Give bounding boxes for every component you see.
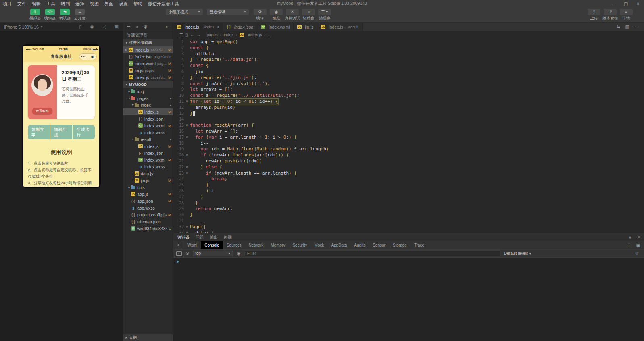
devtools-tab-storage[interactable]: Storage (389, 241, 411, 249)
devtools-tab-trace[interactable]: Trace (411, 241, 428, 249)
editor-tab-jin.js[interactable]: JSjin.js (294, 23, 317, 31)
breadcrumb-item[interactable]: pages (206, 33, 217, 37)
toolbar-button-模拟器[interactable]: ▯模拟器 (29, 9, 41, 21)
sound-icon[interactable]: ◁ (102, 24, 106, 29)
chevron-right-icon[interactable]: ▸ (127, 185, 131, 189)
toolbar-action-清缓存[interactable]: ☰ ▾清缓存 (317, 9, 332, 21)
maximize-icon[interactable]: ▢ (620, 1, 632, 6)
menu-item[interactable]: 微信开发者工具 (145, 1, 182, 7)
chevron-down-icon[interactable]: ▾ (131, 137, 135, 141)
fold-icon[interactable]: ∨ (184, 152, 190, 158)
more-icon[interactable]: ••• (79, 55, 88, 58)
forward-icon[interactable]: → (196, 33, 200, 37)
set-nickname-button[interactable]: 设置昵称 (32, 108, 52, 114)
panel-tab-终端[interactable]: 终端 (224, 233, 232, 241)
fold-icon[interactable]: ∨ (184, 99, 190, 105)
more-actions-icon[interactable]: ⋯ (635, 24, 639, 29)
phone-action-button[interactable]: 复制文字 (28, 125, 50, 139)
device-icon[interactable]: ▯ (79, 24, 81, 29)
dock-icon[interactable]: ▣ (636, 243, 640, 248)
tree-item-index.js[interactable]: JSindex.jsM (123, 143, 173, 150)
devtools-tab-appdata[interactable]: AppData (327, 241, 350, 249)
exit-icon[interactable]: ◉ (88, 55, 97, 59)
tree-item-pages[interactable]: ▾pages• (123, 95, 173, 102)
editor-tab-index.js[interactable]: JSindex.js...\index× (173, 23, 223, 31)
fold-icon[interactable]: ∨ (184, 123, 190, 129)
menu-item[interactable]: 工具 (44, 1, 58, 7)
editor-tab-index.js[interactable]: JSindex.js...\result (317, 23, 362, 31)
tree-item-index.json[interactable]: {-}index.json (123, 150, 173, 156)
tree-item-index.js[interactable]: JSindex.jsM (123, 108, 173, 115)
editor-tab-index.wxml[interactable]: <>index.wxml (257, 23, 294, 31)
code-editor[interactable]: 1var app = getApp()2const {3 allData4} =… (173, 38, 644, 233)
compile-mode-select[interactable]: 普通编译 ▼ (207, 9, 249, 15)
panel-tab-输出[interactable]: 输出 (210, 233, 218, 241)
console-settings-icon[interactable]: ⚙ (635, 251, 641, 256)
tree-item-index.wxss[interactable]: ɜindex.wxss (123, 129, 173, 136)
tree-item-app.json[interactable]: {-}app.jsonM (123, 198, 173, 204)
explorer-icon[interactable]: ☰ (127, 24, 131, 29)
menu-item[interactable]: 视图 (87, 1, 102, 7)
menu-item[interactable]: 选择 (73, 1, 87, 7)
collapse-sidebar-icon[interactable]: ⇤ (166, 24, 169, 29)
fold-icon[interactable]: ∨ (184, 224, 190, 230)
breadcrumb-item[interactable]: index.js (248, 33, 262, 37)
devtools-tab-console[interactable]: Console (201, 241, 223, 249)
menu-item[interactable]: 界面 (102, 1, 116, 7)
toolbar-button-编辑器[interactable]: </>编辑器 (44, 9, 56, 21)
tree-item-jin.js[interactable]: JSjin.jsM (123, 177, 173, 184)
devtools-tab-mock[interactable]: Mock (311, 241, 328, 249)
tree-item-sitemap.json[interactable]: {-}sitemap.json (123, 218, 173, 225)
close-icon[interactable]: × (217, 25, 219, 29)
menu-item[interactable]: 设置 (116, 1, 131, 7)
kebab-menu-icon[interactable]: ⋮ (627, 243, 631, 248)
devtools-tab-network[interactable]: Network (245, 241, 267, 249)
devtools-tab-wxml[interactable]: Wxml (183, 241, 201, 249)
tree-item-img[interactable]: ▸img (123, 88, 173, 95)
menu-item[interactable]: 文件 (15, 1, 29, 7)
tree-item-wxd934cbe8434...[interactable]: ▤wxd934cbe8434...U (123, 225, 173, 232)
fold-icon[interactable]: ∨ (184, 135, 190, 141)
search-icon[interactable]: ⌕ (136, 24, 138, 29)
tree-item-index[interactable]: ▾index• (123, 102, 173, 108)
list-icon[interactable]: ☰ (179, 33, 183, 37)
open-editor-item[interactable]: JSjin.jspagesM (123, 67, 173, 74)
toolbar-action-真机调试[interactable]: ☀真机调试 (285, 9, 300, 21)
menu-item[interactable]: 转到 (58, 1, 73, 7)
breadcrumb-item[interactable]: ... (268, 33, 271, 37)
devtools-tab-audits[interactable]: Audits (350, 241, 369, 249)
open-editor-item[interactable]: {-}index.jsonpages\index (123, 53, 173, 60)
console-filter-input[interactable]: Filter (244, 250, 500, 256)
devtools-tab-sensor[interactable]: Sensor (369, 241, 389, 249)
chevron-down-icon[interactable]: ▾ (127, 96, 131, 100)
open-editor-item[interactable]: ×JSindex.jspages\i...M (123, 46, 173, 53)
chevron-down-icon[interactable]: ▾ (131, 103, 135, 107)
editor-tab-index.json[interactable]: {-}index.json (223, 23, 257, 31)
tree-item-result[interactable]: ▾result• (123, 136, 173, 143)
console-output[interactable]: > (173, 258, 644, 341)
tree-item-app.js[interactable]: JSapp.jsM (123, 191, 173, 198)
compare-icon[interactable]: ⇆ (616, 24, 620, 29)
tree-item-index.wxml[interactable]: <>index.wxmlM (123, 122, 173, 129)
devtools-tab-security[interactable]: Security (289, 241, 311, 249)
tree-item-data.js[interactable]: JSdata.js (123, 170, 173, 177)
avatar[interactable] (31, 74, 53, 96)
toolbar-action-编译[interactable]: ⟳编译 (253, 9, 267, 21)
toolbar-action-预览[interactable]: ◉预览 (269, 9, 283, 21)
inspect-element-icon[interactable]: ⌖ (173, 241, 183, 249)
tree-item-app.wxss[interactable]: ɜapp.wxss (123, 204, 173, 211)
git-branch-icon[interactable]: Ψ (144, 25, 147, 29)
minimize-icon[interactable]: — (608, 1, 620, 6)
log-levels-select[interactable]: Default levels ▾ (504, 251, 531, 256)
mode-select[interactable]: 小程序模式 ▼ (166, 9, 203, 15)
split-editor-icon[interactable]: ▥ (625, 24, 629, 29)
panel-tab-问题[interactable]: 问题 (196, 233, 204, 241)
toolbar-action-版本管理[interactable]: Ψ版本管理 (603, 9, 617, 21)
tree-item-index.wxss[interactable]: ɜindex.wxss (123, 163, 173, 170)
close-icon[interactable]: × (124, 48, 128, 52)
eye-icon[interactable]: ◉ (237, 251, 241, 256)
menu-item[interactable]: 项目 (0, 1, 15, 7)
capsule-menu[interactable]: ••• ◉ (79, 53, 97, 60)
menu-item[interactable]: 编辑 (29, 1, 44, 7)
panel-tab-调试器[interactable]: 调试器 (177, 233, 190, 241)
